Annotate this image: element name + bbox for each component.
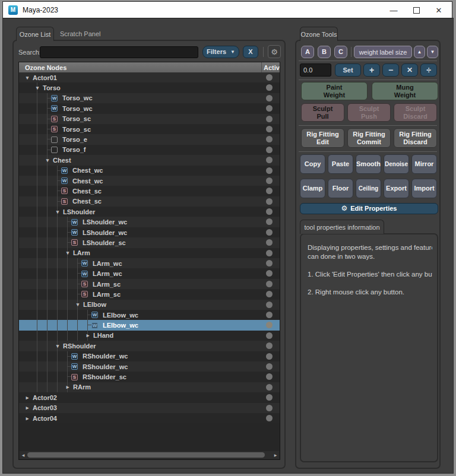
active-dot[interactable] <box>266 363 273 370</box>
expander-open-icon[interactable]: ▾ <box>24 75 31 81</box>
tab-ozone-tools[interactable]: Ozone Tools <box>300 27 338 41</box>
b-button[interactable]: B <box>318 46 331 58</box>
copy-button[interactable]: Copy <box>300 154 325 174</box>
tree-row[interactable]: WChest_wc <box>19 176 280 186</box>
scrollbar-thumb[interactable] <box>27 452 265 458</box>
tree-row[interactable]: SLArm_sc <box>19 279 280 289</box>
tree-row[interactable]: SChest_sc <box>19 196 280 207</box>
tree-row[interactable]: ▸Actor04 <box>19 413 280 423</box>
active-dot[interactable] <box>266 177 273 184</box>
tree-row[interactable]: WLShoulder_wc <box>19 227 280 237</box>
expander-open-icon[interactable]: ▾ <box>44 157 51 163</box>
active-dot[interactable] <box>266 302 273 308</box>
sculpt-push-button[interactable]: SculptPush <box>347 103 391 122</box>
active-dot[interactable] <box>266 405 273 411</box>
active-dot[interactable] <box>266 415 273 421</box>
tree-row[interactable]: WLShoulder_wc <box>19 217 280 227</box>
tree-row[interactable]: ▾RShoulder <box>19 341 280 351</box>
tree-row[interactable]: SLShoulder_sc <box>19 237 280 247</box>
tree-row[interactable]: ▾Chest <box>19 155 280 165</box>
tree-row[interactable]: ▾LArm <box>19 248 280 258</box>
tree-row[interactable]: SRShoulder_sc <box>19 372 280 382</box>
filters-button[interactable]: Filters ▼ <box>202 46 239 58</box>
tree-row[interactable]: Torso_e <box>19 134 280 144</box>
rig-fitting-commit-button[interactable]: Rig FittingCommit <box>347 128 391 148</box>
weight-label-size-field[interactable]: weight label size <box>354 46 412 58</box>
denoise-button[interactable]: Denoise <box>384 154 409 174</box>
active-dot[interactable] <box>266 312 273 318</box>
tree-row[interactable]: Torso_f <box>19 145 280 155</box>
floor-button[interactable]: Floor <box>328 179 353 198</box>
export-button[interactable]: Export <box>384 179 409 198</box>
scroll-right-icon[interactable]: ▶ <box>272 451 279 459</box>
active-dot[interactable] <box>266 281 273 287</box>
active-dot[interactable] <box>266 229 273 236</box>
set-button[interactable]: Set <box>335 64 361 77</box>
minimize-button[interactable]: — <box>388 2 400 18</box>
expander-closed-icon[interactable]: ▸ <box>84 332 91 338</box>
tree-row[interactable]: WRShoulder_wc <box>19 351 280 361</box>
subtract-button[interactable]: − <box>382 64 399 77</box>
active-dot[interactable] <box>266 167 273 174</box>
expander-closed-icon[interactable]: ▸ <box>24 415 31 421</box>
spin-up-button[interactable]: ▲ <box>414 46 425 58</box>
active-dot[interactable] <box>266 208 273 215</box>
tree-row[interactable]: SLArm_sc <box>19 289 280 299</box>
active-dot[interactable] <box>266 126 273 132</box>
active-dot[interactable] <box>266 342 273 349</box>
active-dot[interactable] <box>266 157 273 163</box>
paint-weight-button[interactable]: PaintWeight <box>301 82 368 100</box>
tab-scratch-panel[interactable]: Scratch Panel <box>55 27 105 41</box>
active-dot[interactable] <box>266 250 273 256</box>
tree-row[interactable]: WRShoulder_wc <box>19 361 280 372</box>
paste-button[interactable]: Paste <box>328 154 353 174</box>
tree-row[interactable]: WTorso_wc <box>19 103 280 113</box>
active-dot[interactable] <box>266 353 273 360</box>
clear-search-button[interactable]: X <box>243 46 258 58</box>
tree-row[interactable]: ▸LHand <box>19 331 280 341</box>
tree-row[interactable]: ▾LShoulder <box>19 207 280 217</box>
tree-row[interactable]: ▾LElbow <box>19 300 280 310</box>
active-dot[interactable] <box>266 188 273 194</box>
mung-weight-button[interactable]: MungWeight <box>372 82 438 100</box>
active-dot[interactable] <box>266 373 273 380</box>
expander-closed-icon[interactable]: ▸ <box>24 395 31 401</box>
ceiling-button[interactable]: Ceiling <box>356 179 381 198</box>
add-button[interactable]: + <box>363 64 380 77</box>
active-dot[interactable] <box>266 95 273 101</box>
search-input[interactable] <box>40 46 198 58</box>
a-button[interactable]: A <box>301 46 314 58</box>
sculpt-discard-button[interactable]: SculptDiscard <box>394 103 437 122</box>
horizontal-scrollbar[interactable]: ◀ ▶ <box>20 451 279 459</box>
active-dot[interactable] <box>266 322 273 328</box>
active-dot[interactable] <box>266 74 273 81</box>
active-dot[interactable] <box>266 270 273 277</box>
tree-row[interactable]: STorso_sc <box>19 124 280 134</box>
active-dot[interactable] <box>266 260 273 266</box>
tree-row[interactable]: SChest_sc <box>19 186 280 196</box>
active-dot[interactable] <box>266 394 273 401</box>
active-dot[interactable] <box>266 147 273 153</box>
tree-row[interactable]: WLArm_wc <box>19 258 280 268</box>
settings-button[interactable]: ⚙ <box>268 45 281 58</box>
active-dot[interactable] <box>266 84 273 91</box>
multiply-button[interactable]: ✕ <box>401 64 418 77</box>
active-dot[interactable] <box>266 384 273 391</box>
tree-row[interactable]: WTorso_wc <box>19 93 280 103</box>
tree-row[interactable]: STorso_sc <box>19 114 280 124</box>
active-dot[interactable] <box>266 291 273 297</box>
tree-row[interactable]: WChest_wc <box>19 166 280 176</box>
active-dot[interactable] <box>266 105 273 112</box>
maximize-button[interactable] <box>410 2 422 18</box>
rig-fitting-edit-button[interactable]: Rig FittingEdit <box>301 128 344 148</box>
active-dot[interactable] <box>266 218 273 225</box>
tree-row[interactable]: WLElbow_wc <box>19 320 280 330</box>
scroll-left-icon[interactable]: ◀ <box>20 451 27 459</box>
tree-row[interactable]: ▾Actor01 <box>19 72 280 82</box>
active-dot[interactable] <box>266 116 273 122</box>
tree-row[interactable]: ▸Actor02 <box>19 392 280 402</box>
smooth-button[interactable]: Smooth <box>356 154 381 174</box>
expander-open-icon[interactable]: ▾ <box>54 343 61 349</box>
tree-row[interactable]: WLArm_wc <box>19 268 280 278</box>
edit-properties-button[interactable]: ⚙ Edit Properties <box>300 203 438 214</box>
